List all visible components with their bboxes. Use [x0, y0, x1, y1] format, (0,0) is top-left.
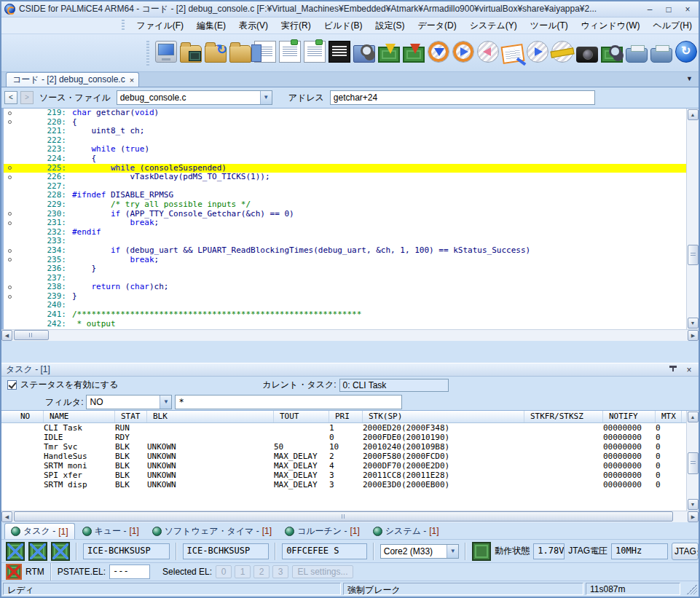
task-panel-close-icon[interactable]: × — [684, 365, 694, 375]
el-settings-button[interactable]: EL settings... — [292, 565, 353, 578]
code-line[interactable]: 231: break; — [4, 219, 686, 228]
column-header-pri[interactable]: PRI — [329, 411, 363, 422]
el-button-2[interactable]: 2 — [253, 565, 270, 578]
column-header-blk[interactable]: BLK — [147, 411, 274, 422]
flash-load-icon[interactable] — [378, 47, 400, 63]
menu-item-4[interactable]: 実行(R) — [275, 18, 318, 33]
menu-item-6[interactable]: 設定(S) — [369, 18, 412, 33]
search-folder-icon[interactable] — [353, 45, 375, 63]
run-icon[interactable] — [452, 41, 474, 63]
column-header-stat[interactable]: STAT — [115, 411, 147, 422]
column-header-tout[interactable]: TOUT — [274, 411, 329, 422]
board-inspect-icon[interactable] — [601, 47, 623, 63]
table-row[interactable]: SRTM dispBLKUNKOWNMAX_DELAY32000E3D0(200… — [1, 480, 686, 489]
tab-overflow-icon[interactable]: ▼ — [686, 75, 693, 82]
close-button[interactable]: × — [681, 4, 694, 15]
column-header-stk-sp-[interactable]: STK(SP) — [363, 411, 524, 422]
filter-select[interactable]: NO ▼ — [86, 395, 172, 409]
memo-pad-icon[interactable] — [329, 41, 350, 63]
printer-alt-icon[interactable] — [650, 48, 672, 63]
code-line[interactable]: 221: uint8_t ch; — [4, 127, 686, 136]
el-button-1[interactable]: 1 — [235, 565, 251, 578]
editor-vscroll-track[interactable] — [688, 121, 699, 317]
editor-hscroll-track[interactable] — [12, 330, 688, 341]
table-hscrollbar[interactable]: ◀ ▶ — [1, 511, 699, 522]
code-pane[interactable]: 219:char getchar(void)220:{221: uint8_t … — [1, 109, 686, 329]
panel-splitter[interactable] — [1, 341, 699, 363]
editor-vscroll-thumb[interactable] — [688, 245, 699, 265]
folder-icon[interactable] — [229, 45, 251, 63]
step-back-icon[interactable] — [477, 41, 499, 63]
chevron-down-icon[interactable]: ▼ — [160, 396, 171, 409]
editor-vscrollbar[interactable]: ▲ ▼ — [686, 109, 699, 329]
verify-badge-icon[interactable] — [551, 41, 573, 63]
maximize-button[interactable]: □ — [662, 4, 675, 15]
scroll-down-icon[interactable]: ▼ — [688, 499, 699, 510]
code-line[interactable]: 238: return (char)ch; — [4, 283, 686, 292]
address-input[interactable] — [330, 90, 595, 105]
scroll-right-icon[interactable]: ▶ — [688, 330, 699, 341]
pin-icon[interactable] — [668, 365, 678, 375]
column-header-name[interactable]: NAME — [44, 411, 115, 422]
monitor-icon[interactable] — [155, 41, 177, 63]
sync-folder-icon[interactable] — [205, 45, 227, 63]
chevron-down-icon[interactable]: ▼ — [260, 91, 272, 104]
code-line[interactable]: 242: * output — [4, 320, 686, 329]
status-enable-checkbox[interactable] — [7, 380, 17, 390]
table-vscroll-track[interactable] — [688, 423, 699, 498]
code-line[interactable]: 236: } — [4, 264, 686, 274]
code-line[interactable]: 219:char getchar(void) — [4, 109, 686, 118]
editor-hscroll-thumb[interactable] — [14, 330, 49, 340]
code-line[interactable]: 223: while (true) — [4, 145, 686, 154]
column-header-no[interactable]: NO — [15, 411, 44, 422]
table-row[interactable]: CLI TaskRUN12000ED20(2000F348)000000000 — [1, 423, 686, 433]
filter-pattern-input[interactable] — [175, 395, 402, 409]
scroll-left-icon[interactable]: ◀ — [1, 330, 12, 341]
table-row[interactable]: SPI xferBLKUNKOWNMAX_DELAY320011CC8(2001… — [1, 471, 686, 480]
menu-item-5[interactable]: ビルド(B) — [318, 18, 369, 33]
nav-back-button[interactable]: < — [4, 91, 17, 104]
bottom-tab-2[interactable]: キュー - [1] — [76, 523, 145, 539]
el-button-3[interactable]: 3 — [272, 565, 288, 578]
jtag-clock-button[interactable]: JTAGク — [672, 543, 699, 560]
code-line[interactable]: 235: break; — [4, 256, 686, 265]
go-step-icon[interactable] — [527, 41, 548, 63]
table-vscrollbar[interactable]: ▲ ▼ — [686, 411, 699, 511]
menu-item-2[interactable]: 編集(E) — [190, 18, 232, 33]
scroll-up-icon[interactable]: ▲ — [688, 109, 699, 120]
code-line[interactable]: 226: vTaskDelay(pdMS_TO_TICKS(1)); — [4, 173, 686, 182]
menu-item-8[interactable]: システム(Y) — [463, 18, 524, 33]
source-stack-icon[interactable] — [254, 41, 276, 63]
reset-icon[interactable] — [428, 41, 449, 63]
open-project-folder-icon[interactable] — [180, 45, 202, 63]
column-header-mtx[interactable]: MTX — [656, 411, 682, 422]
refresh-icon[interactable] — [675, 41, 697, 63]
tab-code-debug-console[interactable]: コード - [2] debug_console.c × — [6, 72, 139, 87]
scroll-down-icon[interactable]: ▼ — [688, 318, 699, 328]
table-row[interactable]: SRTM moniBLKUNKOWNMAX_DELAY42000DF70(200… — [1, 461, 686, 471]
scroll-left-icon[interactable]: ◀ — [1, 511, 12, 522]
bottom-tab-4[interactable]: コルーチン - [1] — [279, 523, 366, 539]
scroll-up-icon[interactable]: ▲ — [688, 412, 699, 422]
menu-item-11[interactable]: ヘルプ(H) — [646, 18, 699, 33]
column-header-stkfr-stksz[interactable]: STKFR/STKSZ — [524, 411, 603, 422]
editor-hscrollbar[interactable]: ◀ ▶ — [1, 329, 699, 341]
nav-forward-button[interactable]: > — [20, 91, 34, 104]
menu-item-3[interactable]: 表示(V) — [232, 18, 275, 33]
code-line[interactable]: 239:} — [4, 292, 686, 302]
table-vscroll-thumb[interactable] — [688, 452, 699, 474]
list-document-icon[interactable] — [279, 41, 301, 63]
table-row[interactable]: IDLERDY02000FDE0(20010190)000000000 — [1, 433, 686, 442]
menu-item-1[interactable]: ファイル(F) — [130, 18, 190, 33]
scroll-right-icon[interactable]: ▶ — [688, 511, 699, 522]
minimize-button[interactable]: – — [643, 4, 656, 15]
chevron-down-icon[interactable]: ▼ — [447, 545, 458, 558]
bottom-tab-1[interactable]: タスク - [1] — [4, 523, 75, 539]
snapshot-camera-icon[interactable] — [576, 47, 598, 63]
table-hscroll-track[interactable] — [12, 511, 688, 522]
core-select[interactable]: Core2 (M33) ▼ — [380, 544, 460, 559]
list-document2-icon[interactable] — [304, 41, 326, 63]
flash-erase-icon[interactable] — [403, 47, 425, 63]
tab-close-icon[interactable]: × — [130, 76, 134, 84]
printer-icon[interactable] — [626, 48, 648, 63]
